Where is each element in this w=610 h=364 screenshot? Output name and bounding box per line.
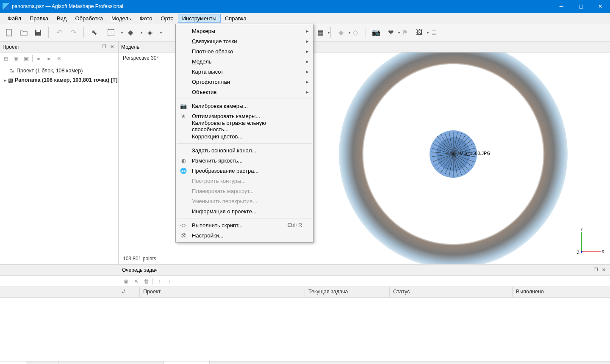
task-queue-toolbar: ◉ ✕ 🗑 ↑ ↓ (0, 276, 610, 287)
camera-label: IMG_1588.JPG (458, 151, 491, 156)
svg-point-51 (581, 251, 582, 253)
menu-color-correction[interactable]: Коррекция цветов... (176, 131, 313, 141)
move-region-icon[interactable]: ◆▾ (121, 26, 140, 39)
menu-calibrate-reflectance[interactable]: Калибровать отражательную способность... (176, 121, 313, 131)
menu-settings[interactable]: 🛠Настройки... (176, 230, 313, 240)
menu-model[interactable]: Модель (107, 14, 136, 23)
panel-float-icon[interactable]: ❐ (592, 266, 600, 274)
menu-markers[interactable]: Маркеры (176, 26, 313, 36)
col-num[interactable]: # (119, 287, 140, 297)
menu-primary-channel[interactable]: Задать основной канал... (176, 145, 313, 155)
flag-icon[interactable]: ⚑ (398, 26, 412, 39)
image-icon[interactable]: 🖼▾ (413, 26, 426, 39)
panel-float-icon[interactable]: ❐ (100, 43, 108, 51)
project-panel-header: Проект ❐ ✕ (0, 41, 118, 52)
col-project[interactable]: Проект (140, 287, 305, 297)
contrast-icon: ◐ (180, 157, 187, 164)
add-icon[interactable]: ▣ (12, 54, 20, 63)
maximize-button[interactable]: ▢ (571, 0, 591, 13)
up-icon[interactable]: ↑ (155, 277, 163, 285)
svg-text:Y: Y (580, 229, 583, 232)
rotate-region-icon[interactable]: ◈▾ (141, 26, 159, 39)
tree-root[interactable]: 🗂 Проект (1 блок, 108 камер) (3, 66, 116, 75)
panel-close-icon[interactable]: ✕ (600, 266, 607, 274)
svg-rect-2 (36, 30, 40, 32)
dot2-icon[interactable]: ● (44, 54, 53, 63)
shape2-icon[interactable]: ◇ (349, 26, 362, 39)
task-table-header: # Проект Текущая задача Статус Выполнено (0, 287, 610, 298)
record-icon[interactable]: ❤▾ (384, 26, 397, 39)
tab-queue[interactable]: Очередь задач (164, 361, 210, 364)
new-icon[interactable] (3, 26, 16, 39)
svg-point-41 (542, 120, 543, 121)
menu-build-contours: Построить контуры... (176, 176, 313, 186)
menu-view[interactable]: Вид (53, 14, 71, 23)
delete-icon[interactable]: 🗑 (142, 277, 150, 285)
workspace-icon: 🗂 (9, 68, 15, 74)
menu-model[interactable]: Модель (176, 56, 313, 66)
svg-text:Z: Z (577, 250, 580, 255)
redo-icon[interactable]: ↷ (67, 26, 80, 39)
menu-orthophoto[interactable]: Ортофотоплан (176, 77, 313, 87)
svg-text:X: X (602, 249, 604, 254)
enable-icon[interactable]: ▣ (22, 54, 30, 63)
col-done[interactable]: Выполнено (513, 287, 610, 297)
svg-point-45 (364, 192, 365, 193)
tab-project[interactable]: Проект (0, 361, 26, 364)
start-icon[interactable]: ◉ (122, 277, 130, 285)
tab-reference[interactable]: Привязка (26, 361, 58, 364)
menu-tools[interactable]: Инструменты (178, 14, 221, 23)
menu-file[interactable]: Файл (3, 14, 25, 23)
menu-dem[interactable]: Карта высот (176, 66, 313, 77)
close-button[interactable]: ✕ (591, 0, 610, 13)
tree-icon[interactable]: ⊞ (2, 54, 10, 63)
tab-console[interactable]: Консоль (135, 361, 164, 364)
minimize-button[interactable]: ─ (552, 0, 571, 13)
menu-lens[interactable]: Объектив (176, 87, 313, 97)
pointer-icon[interactable]: ⬉ (87, 26, 101, 39)
menu-edit[interactable]: Правка (25, 14, 53, 23)
project-tree[interactable]: 🗂 Проект (1 блок, 108 камер) ▸ ▩ Panoram… (0, 64, 118, 264)
menu-run-script[interactable]: <>Выполнить скрипт...Ctrl+R (176, 220, 313, 230)
menu-help[interactable]: Справка (221, 14, 251, 23)
menu-ortho[interactable]: Орто (157, 14, 178, 23)
axis-gizmo: X Y Z (575, 229, 605, 258)
col-task[interactable]: Текущая задача (305, 287, 390, 297)
menu-brightness[interactable]: ◐Изменить яркость... (176, 155, 313, 165)
save-icon[interactable] (31, 26, 45, 39)
project-panel-title: Проект (3, 44, 19, 50)
menu-raster-transform[interactable]: 🌐Преобразование растра... (176, 165, 313, 176)
cancel-icon[interactable]: ✕ (132, 277, 140, 285)
svg-point-46 (360, 124, 360, 125)
code-icon: <> (180, 222, 187, 229)
menu-camera-calibration[interactable]: 📷Калибровка камеры... (176, 101, 313, 111)
shape1-icon[interactable]: ◆▾ (334, 26, 348, 39)
svg-point-43 (504, 247, 505, 248)
menu-dense-cloud[interactable]: Плотное облако (176, 46, 313, 56)
menu-photo[interactable]: Фото (136, 14, 157, 23)
star-icon: ★ (180, 113, 187, 119)
menu-bar: Файл Правка Вид Обработка Модель Фото Ор… (0, 13, 610, 24)
menu-reduce-overlap: Уменьшить перекрытие... (176, 196, 313, 206)
svg-point-44 (410, 243, 411, 243)
panel-close-icon[interactable]: ✕ (108, 43, 116, 51)
tree-chunk[interactable]: ▸ ▩ Panorama (108 камер, 103,801 точка) … (3, 75, 116, 85)
tools-dropdown: Маркеры Связующие точки Плотное облако М… (175, 24, 313, 243)
camera-icon[interactable]: 📷 (369, 26, 383, 39)
remove-icon[interactable]: ✕ (55, 54, 63, 63)
dot1-icon[interactable]: ● (34, 54, 43, 63)
down-icon[interactable]: ↓ (166, 277, 173, 285)
menu-process[interactable]: Обработка (71, 14, 107, 23)
task-table-body[interactable] (0, 298, 610, 361)
undo-icon[interactable]: ↶ (52, 26, 66, 39)
layers-icon[interactable]: ≣ (427, 26, 441, 39)
grid-icon[interactable]: ▦▾ (313, 26, 327, 39)
open-icon[interactable] (17, 26, 30, 39)
col-status[interactable]: Статус (390, 287, 513, 297)
rect-select-icon[interactable]: ▾ (102, 26, 120, 39)
app-icon (3, 3, 9, 10)
tree-twisty-icon[interactable]: ▸ (4, 78, 6, 83)
perspective-label: Perspective 30° (123, 55, 158, 61)
menu-tie-points[interactable]: Связующие точки (176, 36, 313, 46)
menu-project-info[interactable]: Информация о проекте... (176, 206, 313, 216)
